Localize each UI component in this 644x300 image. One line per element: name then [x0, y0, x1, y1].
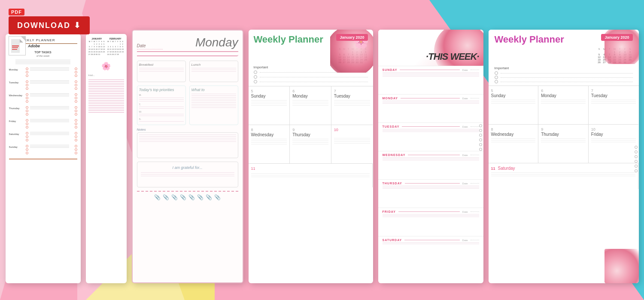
doc1-circle: [75, 126, 77, 129]
doc1-line: [30, 96, 69, 96]
doc1-sunday-row: Sunday: [9, 145, 77, 154]
doc1-thursday-label: Thursday: [9, 107, 24, 110]
doc4-cell-10: 10: [331, 125, 373, 164]
doc3-top-priorities-box: Today's top priorities M. T. W. S.: [137, 86, 186, 125]
doc3-lunch-box: Lunch: [189, 61, 238, 82]
doc1-line: [30, 70, 69, 70]
doc1-circle: [75, 119, 77, 122]
doc4-days-grid: 5 Sunday 6 Monday 7 Tuesday: [249, 86, 373, 187]
doc1-saturday-label: Saturday: [9, 133, 24, 135]
doc1-circle: [26, 148, 28, 151]
download-button[interactable]: DOWNLOAD ⬇: [9, 16, 90, 34]
doc6-right-circles: [635, 146, 638, 172]
doc1-wednesday-row: Wednesday: [9, 93, 77, 103]
doc1-circle: [26, 132, 28, 135]
doc1-circle: [26, 119, 28, 122]
doc3-meal-line: [139, 70, 184, 70]
doc3-meal-line: [191, 71, 236, 72]
doc1-line: [30, 145, 69, 145]
doc1-circle: [75, 87, 77, 90]
doc3-breakfast-label: Breakfast: [139, 63, 184, 67]
doc6-title: Weekly Planner: [495, 34, 564, 45]
doc3-meals: Breakfast Lunch: [137, 61, 238, 82]
doc1-line: [30, 67, 69, 68]
doc1-weekly-planner-list: Adobe WEEKLY PLANNER week of : TOP TASKS…: [6, 34, 81, 283]
doc1-circle: [26, 152, 28, 154]
doc5-right-circles: [479, 124, 482, 151]
doc1-circle: [75, 113, 77, 116]
doc3-what-to-label: What to: [191, 88, 236, 92]
doc6-weekly-planner-pink: Weekly Planner January 2020 SMTWTFS 1234…: [489, 30, 639, 283]
doc6-days-grid: 5 Sunday 6 Monday 7 Tuesday 8: [489, 86, 639, 189]
download-text: DOWNLOAD: [17, 21, 70, 30]
doc1-circle: [75, 100, 77, 103]
doc3-meal-line: [191, 70, 236, 70]
doc3-meal-line: [139, 71, 184, 72]
doc1-circle: [75, 93, 77, 96]
adobe-text: Adobe: [28, 44, 40, 48]
doc1-circle: [26, 106, 28, 109]
doc1-circle: [26, 100, 28, 103]
doc1-circle: [26, 126, 28, 129]
doc5-wednesday-row: WEDNESDAY Date: [378, 151, 483, 180]
doc1-line: [30, 80, 69, 81]
doc2-habit-tracker: JANUARY MTWTFSS 12345 6789101112 1314151…: [86, 34, 127, 283]
doc1-circle: [26, 135, 28, 138]
doc4-cell-11: 11: [249, 164, 373, 187]
doc1-line: [30, 147, 69, 148]
doc1-circle: [26, 110, 28, 112]
doc1-circle: [75, 80, 77, 83]
doc1-circle: [26, 113, 28, 116]
pdf-download-section: PDF DOWNLOAD ⬇ Adobe: [9, 9, 90, 55]
doc3-breakfast-box: Breakfast: [137, 61, 186, 82]
doc1-circle: [75, 71, 77, 73]
doc6-floral-bottom: [605, 249, 639, 283]
doc1-line: [30, 109, 69, 109]
doc4-cell-9: 9 Thursday: [290, 125, 331, 164]
doc4-cell-monday: 6 Monday: [290, 86, 331, 125]
doc6-cell-monday: 6 Monday: [538, 86, 589, 125]
svg-rect-2: [12, 46, 19, 46]
doc6-important-section: Important: [489, 65, 639, 86]
doc1-line: [30, 135, 69, 135]
doc6-cell-tuesday: 7 Tuesday: [589, 86, 639, 125]
doc6-cell-thursday: 9 Thursday: [538, 125, 589, 163]
doc3-grateful-label: I am grateful for...: [141, 165, 234, 170]
doc5-this-week-planner: ·THIS WEEK· SUNDAY Date MONDAY Date: [378, 30, 483, 283]
doc1-circle: [75, 84, 77, 86]
doc1-circle: [26, 122, 28, 125]
doc1-friday-label: Friday: [9, 120, 24, 122]
doc1-tuesday-label: Tuesday: [9, 81, 24, 84]
pdf-label: PDF: [9, 9, 24, 15]
doc4-cell-7: 7 Tuesday: [331, 86, 373, 125]
doc1-circle: [75, 132, 77, 135]
doc1-circle: [75, 139, 77, 141]
doc1-line: [30, 146, 69, 147]
doc1-wednesday-label: Wednesday: [9, 94, 24, 97]
doc4-month-badge: January 2020: [336, 34, 368, 41]
doc1-line: [30, 106, 69, 107]
doc5-this-week-text: ·THIS WEEK·: [426, 51, 479, 62]
doc1-circle: [26, 80, 28, 83]
documents-container: Adobe WEEKLY PLANNER week of : TOP TASKS…: [0, 0, 644, 300]
doc1-circle: [26, 74, 28, 77]
doc1-circle: [75, 135, 77, 138]
download-arrow-icon: ⬇: [74, 21, 81, 30]
doc1-line: [30, 95, 69, 95]
doc6-cell-saturday: 11 Saturday: [489, 163, 639, 189]
doc1-circle: [26, 139, 28, 141]
doc1-line: [30, 83, 69, 83]
doc1-friday-row: Friday: [9, 119, 77, 129]
svg-rect-4: [12, 49, 17, 50]
doc3-notes-box: [137, 132, 238, 158]
doc1-line: [30, 93, 69, 94]
doc1-circle: [75, 145, 77, 147]
doc3-date-label: Date: [137, 43, 163, 49]
doc5-friday-row: FRIDAY Date: [378, 208, 483, 236]
doc5-header: ·THIS WEEK·: [378, 30, 483, 66]
doc1-circle: [26, 87, 28, 90]
doc1-line: [30, 120, 69, 121]
adobe-pdf-icon: [9, 36, 26, 55]
doc1-circle: [26, 71, 28, 73]
doc5-monday-row: MONDAY Date: [378, 95, 483, 123]
